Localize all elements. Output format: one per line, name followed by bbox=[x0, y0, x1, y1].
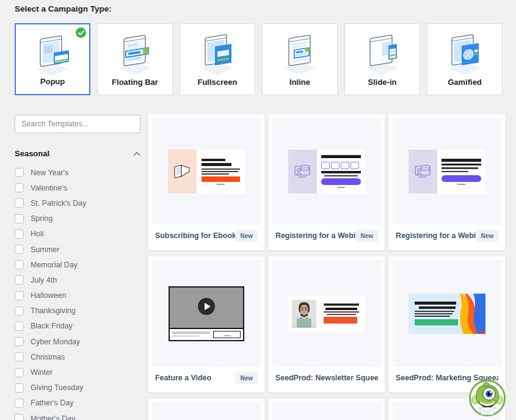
campaign-type-label: Inline bbox=[289, 78, 310, 87]
template-card-registering-for-a-webinar[interactable]: Registering for a Webinar New bbox=[389, 114, 505, 250]
template-preview bbox=[152, 260, 261, 367]
video-form-field bbox=[213, 331, 241, 338]
seasonal-section-header[interactable]: Seasonal bbox=[15, 148, 140, 159]
filter-valentines[interactable]: Valentine's bbox=[15, 180, 140, 195]
filter-black-friday[interactable]: Black Friday bbox=[15, 319, 140, 334]
campaign-type-fullscreen[interactable]: Fullscreen bbox=[180, 23, 255, 95]
template-card-partial[interactable] bbox=[269, 399, 385, 420]
template-card-registering-for-a-webinar-long[interactable]: Registering for a Webinar (... New bbox=[269, 114, 385, 250]
new-badge: New bbox=[476, 230, 498, 242]
filter-label: Winter bbox=[31, 368, 53, 377]
fullscreen-type-icon bbox=[197, 30, 238, 79]
filter-label: Summer bbox=[31, 245, 59, 254]
checkbox[interactable] bbox=[15, 352, 24, 361]
filter-label: Halloween bbox=[31, 291, 66, 300]
template-card-seedprod-marketing-squeeze[interactable]: SeedProd: Marketing Squeeze bbox=[389, 256, 505, 393]
template-card-subscribing-for-ebooks[interactable]: Subscribing for Ebooks New bbox=[148, 114, 264, 250]
filter-giving-tuesday[interactable]: Giving Tuesday bbox=[15, 380, 140, 396]
filter-christmas[interactable]: Christmas bbox=[15, 349, 140, 364]
filter-cyber-monday[interactable]: Cyber Monday bbox=[15, 334, 140, 349]
checkbox[interactable] bbox=[15, 399, 24, 408]
campaign-type-gamified[interactable]: Gamified bbox=[427, 23, 503, 95]
checkbox[interactable] bbox=[15, 198, 24, 208]
page-title: Select a Campaign Type: bbox=[15, 4, 112, 13]
webinar-screen-icon bbox=[288, 150, 317, 194]
filter-label: Cyber Monday bbox=[31, 338, 80, 346]
video-player-illustration bbox=[169, 286, 244, 341]
marketing-thumbnail-illustration bbox=[409, 294, 485, 334]
filter-summer[interactable]: Summer bbox=[15, 242, 140, 257]
filter-label: Christmas bbox=[31, 353, 65, 361]
template-card-feature-a-video[interactable]: Feature a Video New bbox=[148, 256, 264, 393]
chevron-up-icon[interactable] bbox=[133, 148, 140, 159]
optinmonster-mascot-button[interactable] bbox=[468, 379, 506, 417]
checkbox[interactable] bbox=[15, 368, 24, 377]
filter-fathers-day[interactable]: Father's Day bbox=[15, 396, 140, 411]
filter-new-years[interactable]: New Year's bbox=[15, 165, 140, 180]
template-title: Feature a Video bbox=[155, 374, 211, 382]
checkbox[interactable] bbox=[15, 260, 24, 269]
filter-spring[interactable]: Spring bbox=[15, 211, 140, 226]
checkbox[interactable] bbox=[15, 168, 24, 177]
checkbox[interactable] bbox=[15, 322, 24, 331]
new-badge: New bbox=[235, 372, 258, 384]
filter-label: Mother's Day bbox=[31, 415, 75, 420]
checkbox[interactable] bbox=[15, 337, 24, 346]
campaign-type-slide-in[interactable]: Slide-in bbox=[344, 23, 420, 95]
campaign-type-floating-bar[interactable]: Floating Bar bbox=[97, 23, 173, 95]
template-title: Registering for a Webinar bbox=[396, 231, 476, 240]
filter-july-4th[interactable]: July 4th bbox=[15, 272, 140, 288]
slide-in-type-icon bbox=[362, 30, 402, 79]
template-preview bbox=[272, 118, 381, 225]
open-book-icon bbox=[168, 150, 197, 194]
search-input[interactable] bbox=[15, 115, 140, 133]
check-circle-icon bbox=[76, 27, 86, 38]
template-card-partial[interactable] bbox=[148, 399, 264, 420]
filter-label: Thanksgiving bbox=[31, 306, 76, 315]
play-icon bbox=[197, 297, 216, 318]
new-badge: New bbox=[355, 230, 378, 242]
checkbox[interactable] bbox=[15, 291, 24, 300]
checkbox[interactable] bbox=[15, 245, 24, 254]
webinar-screen-icon bbox=[409, 150, 437, 194]
checkbox[interactable] bbox=[15, 214, 24, 223]
checkbox[interactable] bbox=[15, 414, 24, 420]
checkbox[interactable] bbox=[15, 275, 24, 284]
checkbox[interactable] bbox=[15, 230, 24, 239]
new-badge: New bbox=[235, 230, 258, 242]
campaign-template-picker: { "page": { "title": "Select a Campaign … bbox=[0, 0, 516, 420]
filter-label: Black Friday bbox=[31, 322, 73, 330]
campaign-type-label: Floating Bar bbox=[112, 78, 158, 87]
filter-label: July 4th bbox=[31, 276, 57, 284]
swoosh-graphic bbox=[460, 294, 485, 334]
floating-bar-type-icon bbox=[115, 30, 155, 79]
checkbox[interactable] bbox=[15, 306, 24, 316]
template-title: SeedProd: Newsletter Squeeze bbox=[275, 374, 378, 382]
filter-label: Spring bbox=[31, 214, 53, 223]
campaign-type-inline[interactable]: Inline bbox=[262, 23, 338, 95]
filter-label: St. Patrick's Day bbox=[31, 199, 86, 208]
filter-winter[interactable]: Winter bbox=[15, 364, 140, 380]
template-card-seedprod-newsletter-squeeze[interactable]: SeedProd: Newsletter Squeeze bbox=[269, 256, 385, 393]
webinar-thumbnail-illustration bbox=[288, 150, 365, 194]
filter-halloween[interactable]: Halloween bbox=[15, 288, 140, 303]
campaign-type-popup[interactable]: Popup bbox=[15, 23, 90, 95]
filter-thanksgiving[interactable]: Thanksgiving bbox=[15, 303, 140, 319]
template-preview bbox=[393, 118, 501, 225]
filter-memorial-day[interactable]: Memorial Day bbox=[15, 257, 140, 272]
campaign-type-label: Slide-in bbox=[368, 78, 397, 87]
checkbox[interactable] bbox=[15, 383, 24, 393]
filters-sidebar: Seasonal New Year's Valentine's St. Patr… bbox=[15, 115, 140, 420]
filter-holi[interactable]: Holi bbox=[15, 226, 140, 242]
filter-mothers-day[interactable]: Mother's Day bbox=[15, 411, 140, 420]
gamified-type-icon bbox=[445, 30, 485, 79]
seasonal-filter-list: New Year's Valentine's St. Patrick's Day… bbox=[15, 165, 140, 420]
template-preview bbox=[272, 260, 381, 367]
template-preview bbox=[393, 260, 501, 367]
newsletter-thumbnail-illustration bbox=[288, 296, 365, 331]
checkbox[interactable] bbox=[15, 183, 24, 192]
monster-icon bbox=[468, 379, 506, 417]
filter-label: Father's Day bbox=[31, 399, 73, 407]
filter-st-patricks-day[interactable]: St. Patrick's Day bbox=[15, 195, 140, 211]
campaign-type-row: Popup Floating Bar bbox=[15, 23, 503, 95]
